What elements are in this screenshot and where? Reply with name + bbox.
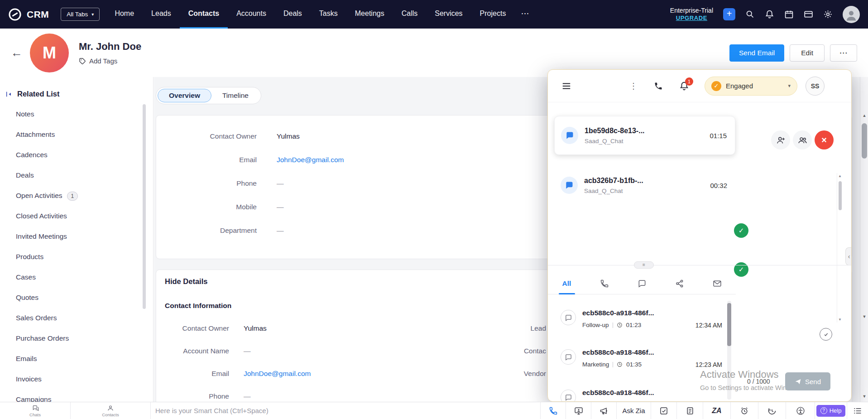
page-scrollbar[interactable]: ▲ ▼ ▼: [860, 77, 868, 402]
calendar-icon[interactable]: [784, 10, 794, 19]
resize-handle[interactable]: ≡: [634, 261, 654, 269]
nav-item-contacts[interactable]: Contacts: [180, 0, 228, 29]
history-button[interactable]: [758, 402, 786, 419]
active-chat-item[interactable]: 1be59d8c-8e13-... Saad_Q_Chat 01:15: [554, 116, 735, 155]
smart-chat-input[interactable]: [155, 407, 540, 414]
scroll-thumb[interactable]: [839, 181, 842, 210]
sidebar-item-notes[interactable]: Notes: [0, 104, 153, 124]
scroll-down-arrow[interactable]: ▼: [860, 394, 868, 399]
sidebar-scrollbar[interactable]: [143, 104, 146, 309]
question-icon: ?: [820, 407, 827, 414]
tab-email[interactable]: [698, 273, 736, 294]
sidebar-item-invited-meetings[interactable]: Invited Meetings: [0, 226, 153, 246]
session-id: ecb588c0-a918-486f...: [582, 389, 654, 397]
nav-item-projects[interactable]: Projects: [471, 0, 515, 29]
contacts-panel-button[interactable]: Contacts: [71, 402, 151, 419]
kebab-menu-icon[interactable]: ⋮: [629, 81, 638, 91]
nav-item-accounts[interactable]: Accounts: [228, 0, 275, 29]
sidebar-item-cases[interactable]: Cases: [0, 267, 153, 287]
scroll-thumb[interactable]: [727, 303, 731, 346]
notifications-button[interactable]: 1: [679, 81, 689, 91]
nav-item-calls[interactable]: Calls: [393, 0, 427, 29]
end-session-button[interactable]: ×: [815, 130, 834, 149]
scroll-up-arrow[interactable]: ▲: [860, 113, 868, 118]
dialer-button[interactable]: [540, 402, 566, 419]
card-icon[interactable]: [804, 10, 813, 19]
agent-avatar[interactable]: SS: [806, 77, 825, 96]
sidebar-item-closed-activities[interactable]: Closed Activities: [0, 206, 153, 226]
quick-create-button[interactable]: +: [723, 8, 735, 20]
conference-button[interactable]: [793, 130, 812, 149]
list-icon: [853, 406, 862, 415]
sidebar-item-invoices[interactable]: Invoices: [0, 369, 153, 389]
activities-button[interactable]: [651, 402, 676, 419]
chats-panel-button[interactable]: Chats: [0, 402, 71, 419]
tab-all[interactable]: All: [548, 273, 585, 294]
tab-chats[interactable]: [623, 273, 661, 294]
nav-item-home[interactable]: Home: [106, 0, 143, 29]
help-button[interactable]: ? Help: [815, 402, 847, 419]
nav-item-tasks[interactable]: Tasks: [311, 0, 346, 29]
tab-overview[interactable]: Overview: [158, 89, 211, 102]
hamburger-menu-icon[interactable]: [561, 81, 571, 91]
sidebar-item-deals[interactable]: Deals: [0, 165, 153, 185]
all-tabs-dropdown[interactable]: All Tabs ▾: [61, 8, 100, 21]
collapse-panel-icon[interactable]: [5, 91, 13, 98]
widget-panel-scrollbar[interactable]: ▲ ▼: [837, 173, 842, 323]
contact-owner-value: Yulmas: [277, 132, 300, 140]
tab-social[interactable]: [661, 273, 698, 294]
announcements-button[interactable]: [591, 402, 616, 419]
ask-zia-button[interactable]: Ask Zia: [616, 402, 651, 419]
queue-list-button[interactable]: [847, 402, 868, 419]
bell-icon[interactable]: [765, 10, 774, 19]
active-chat-item[interactable]: acb326b7-b1fb-... Saad_Q_Chat 00:32: [554, 166, 735, 205]
gear-icon[interactable]: [823, 10, 833, 19]
smart-chat-input-wrap: [151, 402, 540, 419]
transfer-agent-button[interactable]: [771, 130, 790, 149]
sidebar-item-quotes[interactable]: Quotes: [0, 287, 153, 308]
edit-button[interactable]: Edit: [790, 44, 825, 62]
accessibility-button[interactable]: [786, 402, 815, 419]
sidebar-item-purchase-orders[interactable]: Purchase Orders: [0, 328, 153, 348]
sidebar-item-cadences[interactable]: Cadences: [0, 144, 153, 165]
sidebar-item-attachments[interactable]: Attachments: [0, 124, 153, 144]
sidebar-item-campaigns[interactable]: Campaigns: [0, 389, 153, 402]
hide-details-toggle[interactable]: Hide Details: [165, 277, 207, 286]
search-icon[interactable]: [745, 10, 755, 19]
sidebar-item-emails[interactable]: Emails: [0, 348, 153, 369]
send-email-button[interactable]: Send Email: [729, 44, 784, 62]
nav-item-deals[interactable]: Deals: [275, 0, 311, 29]
add-tags-button[interactable]: Add Tags: [79, 57, 141, 65]
agent-status-dropdown[interactable]: ✓ Engaged ▾: [705, 77, 797, 96]
scroll-thumb[interactable]: [862, 123, 867, 159]
scroll-up-arrow[interactable]: ▲: [838, 174, 842, 178]
people-icon: [798, 135, 807, 145]
mark-complete-button[interactable]: [820, 328, 832, 341]
email-link[interactable]: JohnDoe@gmail.com: [277, 156, 344, 164]
tab-timeline[interactable]: Timeline: [211, 89, 259, 102]
user-avatar[interactable]: [843, 6, 860, 23]
nav-more-button[interactable]: ⋯: [514, 0, 535, 29]
phone-icon: [600, 279, 609, 288]
back-button[interactable]: ←: [11, 46, 28, 60]
sidebar-item-products[interactable]: Products: [0, 246, 153, 267]
nav-item-leads[interactable]: Leads: [143, 0, 180, 29]
tab-calls[interactable]: [585, 273, 623, 294]
nav-item-services[interactable]: Services: [426, 0, 471, 29]
more-actions-button[interactable]: ⋯: [830, 44, 857, 62]
session-action-buttons: ×: [771, 130, 834, 149]
sidebar-item-open-activities[interactable]: Open Activities1: [0, 185, 153, 206]
send-button[interactable]: Send: [785, 372, 830, 390]
screen-share-button[interactable]: [566, 402, 591, 419]
nav-item-meetings[interactable]: Meetings: [346, 0, 393, 29]
scroll-down-arrow[interactable]: ▼: [860, 314, 868, 319]
scroll-down-arrow[interactable]: ▼: [838, 318, 842, 322]
notebook-button[interactable]: [676, 402, 703, 419]
email-link[interactable]: JohnDoe@gmail.com: [244, 370, 311, 378]
collapse-panel-handle[interactable]: ‹: [845, 247, 852, 265]
reminders-button[interactable]: [730, 402, 758, 419]
zia-button[interactable]: ZA: [703, 402, 730, 419]
phone-icon[interactable]: [654, 82, 663, 91]
sidebar-item-sales-orders[interactable]: Sales Orders: [0, 308, 153, 328]
upgrade-link[interactable]: UPGRADE: [670, 14, 713, 22]
